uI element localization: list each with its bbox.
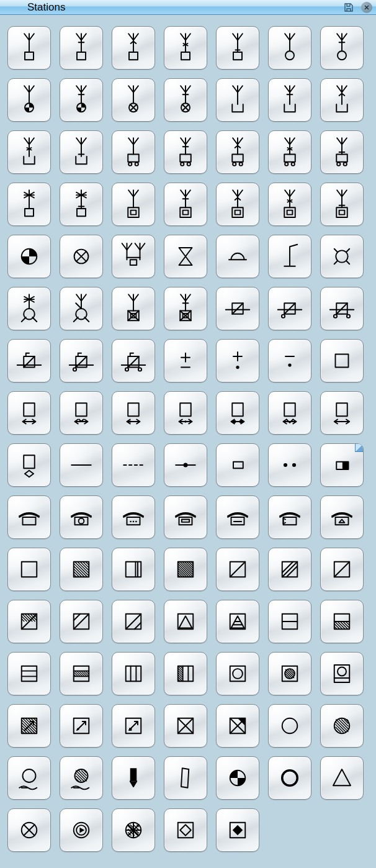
symbol-antenna-square-2[interactable] bbox=[60, 26, 103, 70]
symbol-diag-square-tab-3[interactable] bbox=[112, 339, 155, 382]
symbol-circle-hatched[interactable] bbox=[320, 704, 364, 748]
symbol-star-antenna-sq-2[interactable] bbox=[60, 183, 103, 226]
symbol-square-underarrows-4[interactable] bbox=[164, 391, 207, 435]
symbol-sq-inner-circle[interactable] bbox=[216, 652, 259, 695]
symbol-desk-phone-2[interactable] bbox=[60, 495, 103, 539]
symbol-desk-phone-3[interactable] bbox=[112, 495, 155, 539]
symbol-antenna-square-3[interactable] bbox=[112, 26, 155, 70]
symbol-plus-minus[interactable] bbox=[164, 339, 207, 382]
symbol-antenna-open-box-2[interactable] bbox=[268, 78, 311, 122]
symbol-square-underarrows-8[interactable] bbox=[7, 443, 51, 487]
symbol-sq-vbar-right[interactable] bbox=[112, 548, 155, 591]
symbol-antenna-x-in-box-1[interactable] bbox=[112, 287, 155, 330]
save-icon[interactable] bbox=[342, 1, 355, 14]
symbol-antenna-inner-sq-4[interactable] bbox=[268, 183, 311, 226]
symbol-sq-diag-3[interactable] bbox=[60, 600, 103, 643]
symbol-desk-phone-4[interactable] bbox=[164, 495, 207, 539]
symbol-sq-multi-diag[interactable] bbox=[268, 548, 311, 591]
symbol-sq-diag-2[interactable] bbox=[320, 548, 364, 591]
symbol-sq-striped-tri[interactable] bbox=[216, 600, 259, 643]
symbol-antenna-wheels-4[interactable] bbox=[268, 130, 311, 174]
symbol-sq-mid-hatch[interactable] bbox=[60, 652, 103, 695]
symbol-square-underarrows-2[interactable] bbox=[60, 391, 103, 435]
symbol-circle-outline[interactable] bbox=[268, 704, 311, 748]
symbol-sq-half-hatch-diag[interactable] bbox=[7, 600, 51, 643]
symbol-sq-hatch-full-2[interactable] bbox=[164, 548, 207, 591]
symbol-antenna-square-5[interactable] bbox=[216, 26, 259, 70]
symbol-antenna-inner-sq-3[interactable] bbox=[216, 183, 259, 226]
symbol-square-underarrows-7[interactable] bbox=[320, 391, 364, 435]
symbol-antenna-inner-sq-5[interactable] bbox=[320, 183, 364, 226]
symbol-ring-thick[interactable] bbox=[268, 756, 311, 800]
symbol-flag-down[interactable] bbox=[112, 756, 155, 800]
symbol-diag-square-line-3[interactable] bbox=[320, 287, 364, 330]
symbol-bowtie-circle-filled[interactable] bbox=[7, 235, 51, 278]
symbol-diag-square-tab-1[interactable] bbox=[7, 339, 51, 382]
symbol-sq-diamond[interactable] bbox=[164, 808, 207, 852]
symbol-sq-outline[interactable] bbox=[7, 548, 51, 591]
symbol-two-dots[interactable] bbox=[268, 443, 311, 487]
symbol-sq-x[interactable] bbox=[164, 704, 207, 748]
symbol-antenna-circle-1[interactable] bbox=[268, 26, 311, 70]
symbol-circle-x[interactable] bbox=[7, 808, 51, 852]
symbol-hatched-circle-wave[interactable] bbox=[60, 756, 103, 800]
symbol-sq-diag-4[interactable] bbox=[112, 600, 155, 643]
symbol-antenna-wheels-3[interactable] bbox=[216, 130, 259, 174]
symbol-antenna-cross-circle-1[interactable] bbox=[112, 78, 155, 122]
symbol-antenna-open-box-3[interactable] bbox=[320, 78, 364, 122]
symbol-sq-triangle[interactable] bbox=[164, 600, 207, 643]
symbol-antenna-filled-circle-2[interactable] bbox=[60, 78, 103, 122]
symbol-square-underarrows-5[interactable] bbox=[216, 391, 259, 435]
symbol-antenna-x-in-box-2[interactable] bbox=[164, 287, 207, 330]
symbol-circle-over-wave[interactable] bbox=[7, 756, 51, 800]
symbol-sq-arrow-2[interactable] bbox=[112, 704, 155, 748]
symbol-sq-x-half[interactable] bbox=[216, 704, 259, 748]
symbol-hline[interactable] bbox=[60, 443, 103, 487]
symbol-quad[interactable] bbox=[164, 756, 207, 800]
symbol-mast-line[interactable] bbox=[268, 235, 311, 278]
symbol-star-cross-circle-1[interactable] bbox=[7, 287, 51, 330]
symbol-diag-square-line-1[interactable] bbox=[216, 287, 259, 330]
symbol-ring-dot-arrow[interactable] bbox=[60, 808, 103, 852]
symbol-antenna-cross-circle-2[interactable] bbox=[164, 78, 207, 122]
symbol-empty-square[interactable] bbox=[320, 339, 364, 382]
symbol-square-underarrows-6[interactable] bbox=[268, 391, 311, 435]
symbol-antenna-circle-2[interactable] bbox=[320, 26, 364, 70]
symbol-crossed-circle[interactable] bbox=[60, 235, 103, 278]
symbol-antenna-inner-sq-2[interactable] bbox=[164, 183, 207, 226]
symbol-square-underarrows-3[interactable] bbox=[112, 391, 155, 435]
symbol-small-rect[interactable] bbox=[216, 443, 259, 487]
symbol-star-cross-circle-2[interactable] bbox=[60, 287, 103, 330]
symbol-sq-hatch-full[interactable] bbox=[60, 548, 103, 591]
symbol-half-dome[interactable] bbox=[216, 235, 259, 278]
symbol-sq-arrow-1[interactable] bbox=[60, 704, 103, 748]
symbol-diag-square-tab-2[interactable] bbox=[60, 339, 103, 382]
symbol-sq-hatch-arrow[interactable] bbox=[7, 704, 51, 748]
symbol-desk-phone-5[interactable] bbox=[216, 495, 259, 539]
symbol-antenna-filled-circle-1[interactable] bbox=[7, 78, 51, 122]
symbol-antenna-wheels-1[interactable] bbox=[112, 130, 155, 174]
symbol-sq-split-h[interactable] bbox=[268, 600, 311, 643]
symbol-hourglass[interactable] bbox=[164, 235, 207, 278]
symbol-desk-phone-6[interactable] bbox=[268, 495, 311, 539]
symbol-diag-square-line-2[interactable] bbox=[268, 287, 311, 330]
symbol-line-dot[interactable] bbox=[164, 443, 207, 487]
symbol-antenna-open-box-1[interactable] bbox=[216, 78, 259, 122]
symbol-desk-phone-1[interactable] bbox=[7, 495, 51, 539]
symbol-sq-vsplit[interactable] bbox=[112, 652, 155, 695]
close-icon[interactable] bbox=[361, 2, 372, 13]
symbol-antenna-square-1[interactable] bbox=[7, 26, 51, 70]
symbol-sq-diamond-fill[interactable] bbox=[216, 808, 259, 852]
symbol-star-antenna-sq-1[interactable] bbox=[7, 183, 51, 226]
symbol-sq-diag[interactable] bbox=[216, 548, 259, 591]
symbol-antenna-square-4[interactable] bbox=[164, 26, 207, 70]
symbol-filled-half-rect[interactable] bbox=[320, 443, 364, 487]
symbol-antenna-open-box-4[interactable] bbox=[7, 130, 51, 174]
symbol-sq-bottom-hatch[interactable] bbox=[320, 600, 364, 643]
symbol-sq-left-hatch-v[interactable] bbox=[164, 652, 207, 695]
symbol-triangle-up[interactable] bbox=[320, 756, 364, 800]
symbol-antenna-open-box-5[interactable] bbox=[60, 130, 103, 174]
symbol-bowtie-circle[interactable] bbox=[216, 756, 259, 800]
symbol-plus-over-dot[interactable] bbox=[216, 339, 259, 382]
symbol-antenna-inner-sq-1[interactable] bbox=[112, 183, 155, 226]
